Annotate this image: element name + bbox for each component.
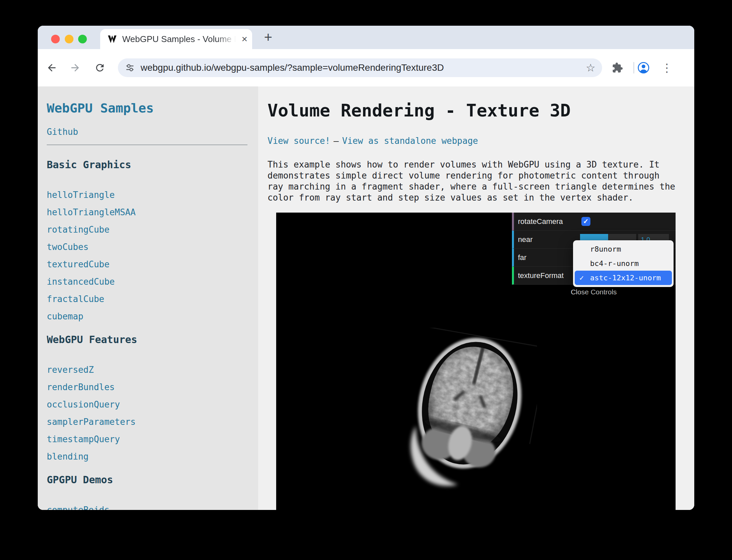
back-button[interactable] — [44, 60, 60, 76]
address-bar[interactable]: webgpu.github.io/webgpu-samples/?sample=… — [118, 58, 602, 77]
forward-arrow-icon — [69, 62, 81, 73]
new-tab-button[interactable]: + — [261, 30, 276, 45]
dropdown-option-selected[interactable]: ✓astc-12x12-unorm — [575, 271, 672, 285]
sidebar-link[interactable]: fractalCube — [47, 290, 258, 308]
sidebar-link[interactable]: twoCubes — [47, 238, 258, 256]
tab-strip: WebGPU Samples - Volume R × + — [38, 26, 694, 49]
github-link[interactable]: Github — [47, 127, 78, 137]
webgpu-canvas[interactable]: rotateCamera ✓ near 1.0 far — [276, 213, 676, 510]
view-source-link[interactable]: View source! — [267, 136, 330, 146]
browser-menu-button[interactable]: ⋮ — [660, 61, 674, 74]
webgpu-favicon-icon — [107, 34, 118, 44]
gui-row-rotate-camera: rotateCamera ✓ — [512, 213, 676, 231]
links-separator: — — [334, 136, 339, 146]
browser-toolbar: webgpu.github.io/webgpu-samples/?sample=… — [38, 49, 694, 86]
sidebar-link[interactable]: texturedCube — [47, 256, 258, 273]
browser-window: WebGPU Samples - Volume R × + — [38, 26, 694, 510]
page-title: Volume Rendering - Texture 3D — [267, 100, 694, 121]
tune-icon — [125, 62, 135, 73]
gui-label: near — [514, 231, 579, 248]
site-settings-button[interactable] — [125, 62, 135, 73]
texture-format-dropdown: r8unorm bc4-r-unorm ✓astc-12x12-unorm — [573, 240, 674, 287]
sidebar-link[interactable]: occlusionQuery — [47, 396, 258, 413]
bookmark-button[interactable]: ☆ — [586, 62, 595, 73]
profile-button[interactable] — [635, 60, 652, 76]
tab-close-icon[interactable]: × — [241, 34, 247, 44]
sidebar-link[interactable]: blending — [47, 448, 258, 465]
puzzle-icon — [612, 62, 623, 73]
sidebar-link[interactable]: timestampQuery — [47, 431, 258, 448]
page-content: WebGPU Samples Github Basic Graphics hel… — [38, 86, 694, 510]
reload-button[interactable] — [92, 60, 108, 76]
close-window-button[interactable] — [51, 35, 60, 43]
sample-links-row: View source!—View as standalone webpage — [267, 136, 694, 146]
extensions-button[interactable] — [609, 60, 625, 76]
browser-tab[interactable]: WebGPU Samples - Volume R × — [100, 29, 252, 49]
sidebar-link[interactable]: helloTriangleMSAA — [47, 204, 258, 221]
minimize-window-button[interactable] — [65, 35, 73, 43]
dropdown-option[interactable]: r8unorm — [575, 242, 672, 256]
sidebar-link[interactable]: cubemap — [47, 308, 258, 325]
section-heading-basic-graphics: Basic Graphics — [47, 159, 258, 171]
checkmark-icon: ✓ — [579, 271, 584, 285]
reload-icon — [94, 62, 106, 73]
sidebar-link[interactable]: renderBundles — [47, 378, 258, 396]
back-arrow-icon — [46, 62, 57, 73]
toolbar-separator — [633, 62, 634, 73]
sidebar-link[interactable]: instancedCube — [47, 273, 258, 290]
forward-button[interactable] — [67, 60, 83, 76]
section-heading-webgpu-features: WebGPU Features — [47, 334, 258, 346]
tab-title: WebGPU Samples - Volume R — [122, 34, 239, 44]
section-heading-gpgpu-demos: GPGPU Demos — [47, 474, 258, 486]
gui-label: textureFormat — [514, 267, 579, 284]
sidebar-link[interactable]: computeBoids — [47, 501, 258, 510]
sidebar-link[interactable]: samplerParameters — [47, 413, 258, 431]
mri-brain-volume — [397, 328, 537, 501]
sample-description: This example shows how to render volumes… — [267, 159, 678, 203]
zoom-window-button[interactable] — [78, 35, 87, 43]
avatar-icon — [637, 61, 650, 74]
sidebar-link[interactable]: reversedZ — [47, 361, 258, 378]
dropdown-option[interactable]: bc4-r-unorm — [575, 256, 672, 271]
sidebar-link[interactable]: rotatingCube — [47, 221, 258, 238]
samples-sidebar: WebGPU Samples Github Basic Graphics hel… — [38, 86, 258, 510]
sidebar-divider — [47, 145, 247, 145]
gui-label: far — [514, 249, 579, 266]
gui-label: rotateCamera — [514, 213, 579, 230]
standalone-webpage-link[interactable]: View as standalone webpage — [342, 136, 478, 146]
sidebar-link[interactable]: helloTriangle — [47, 186, 258, 204]
sample-main: Volume Rendering - Texture 3D View sourc… — [258, 86, 694, 510]
rotate-camera-checkbox[interactable]: ✓ — [581, 217, 590, 226]
sidebar-title: WebGPU Samples — [47, 100, 258, 116]
url-text[interactable]: webgpu.github.io/webgpu-samples/?sample=… — [141, 62, 586, 73]
